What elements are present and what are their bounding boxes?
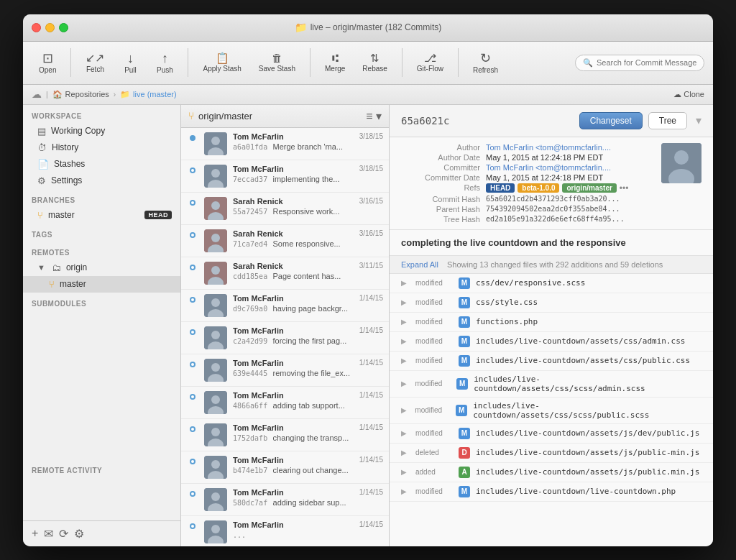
file-status-text: deleted (415, 449, 453, 456)
commit-header-row: Sarah Renick 3/16/15 (233, 197, 383, 206)
close-button[interactable] (32, 23, 41, 32)
push-button[interactable]: ↑ Push (149, 49, 180, 77)
commit-author: Tom McFarlin (233, 520, 284, 529)
sidebar-item-settings[interactable]: ⚙ Settings (23, 173, 180, 189)
apply-stash-button[interactable]: 📋 Apply Stash (196, 50, 248, 75)
commit-info: Tom McFarlin 1/14/15 4866a6ff adding tab… (233, 391, 383, 410)
file-item[interactable]: ▶ modified M css/dev/responsive.scss (390, 274, 713, 293)
commit-detail-row: 7eccad37 implementing the... (233, 174, 383, 184)
svg-point-16 (211, 298, 220, 307)
commit-header-row: Sarah Renick 3/16/15 (233, 229, 383, 238)
toolbar: ⊡ Open ↙↗ Fetch ↓ Pull ↑ Push 📋 Apply St… (23, 42, 713, 85)
commit-item[interactable]: Tom McFarlin 3/18/15 a6a01fda Merge bran… (181, 128, 389, 160)
search-box[interactable]: 🔍 (575, 55, 704, 71)
panel-menu-button[interactable]: ≡ ▾ (366, 109, 382, 123)
save-stash-button[interactable]: 🗑 Save Stash (252, 50, 303, 75)
file-status-badge: A (459, 467, 470, 478)
clone-icon: ☁ (673, 90, 681, 99)
commit-detail-row: 4866a6ff adding tab support... (233, 400, 383, 410)
sidebar-item-origin[interactable]: ▼ 🗂 origin (23, 260, 180, 276)
file-item[interactable]: ▶ added A includes/live-countdown/assets… (390, 463, 713, 482)
rebase-icon: ⇅ (370, 52, 380, 63)
file-item[interactable]: ▶ modified M includes/live-countdown/ass… (390, 332, 713, 352)
pull-button[interactable]: ↓ Pull (114, 49, 146, 77)
refresh-small-button[interactable]: ⟳ (59, 527, 68, 541)
file-item[interactable]: ▶ deleted D includes/live-countdown/asse… (390, 444, 713, 463)
minimize-button[interactable] (45, 23, 55, 32)
commit-message-short: changing the transp... (273, 433, 349, 442)
gear-button[interactable]: ⚙ (74, 527, 84, 541)
svg-point-7 (211, 201, 220, 210)
commit-item[interactable]: Tom McFarlin 1/14/15 639e4445 removing t… (181, 354, 389, 387)
file-item[interactable]: ▶ modified M includes/live-countdown/ass… (390, 352, 713, 371)
maximize-button[interactable] (59, 23, 68, 32)
git-flow-button[interactable]: ⎇ Git-Flow (410, 50, 451, 75)
add-button[interactable]: + (32, 527, 38, 540)
ref-more[interactable]: ••• (620, 183, 629, 193)
search-input[interactable] (597, 58, 696, 67)
commit-item[interactable]: Sarah Renick 3/11/15 cdd185ea Page conte… (181, 257, 389, 290)
tab-changeset[interactable]: Changeset (579, 112, 643, 129)
detail-menu-icon[interactable]: ▾ (696, 114, 702, 127)
fetch-icon: ↙↗ (86, 52, 104, 64)
mail-button[interactable]: ✉ (44, 527, 53, 541)
toolbar-separator-4 (402, 48, 402, 77)
commit-item[interactable]: Tom McFarlin 1/14/15 580dc7af adding sid… (181, 484, 389, 516)
commit-dot (190, 167, 196, 173)
commit-item[interactable]: Tom McFarlin 1/14/15 1752dafb changing t… (181, 419, 389, 451)
commit-item[interactable]: Tom McFarlin 1/14/15 ... (181, 516, 389, 546)
breadcrumb-repos[interactable]: 🏠 Repositories (52, 90, 109, 99)
file-status-badge: M (459, 297, 470, 308)
rebase-button[interactable]: ⇅ Rebase (355, 50, 394, 75)
sidebar-item-origin-master[interactable]: ⑂ master (23, 276, 180, 293)
file-item[interactable]: ▶ modified M functions.php (390, 313, 713, 332)
file-item[interactable]: ▶ modified M includes/live-countdown/liv… (390, 482, 713, 502)
breadcrumb-current[interactable]: 📁 live (master) (120, 90, 177, 99)
file-item[interactable]: ▶ modified M css/style.css (390, 293, 713, 313)
commit-item[interactable]: Tom McFarlin 3/18/15 7eccad37 implementi… (181, 160, 389, 193)
settings-icon: ⚙ (37, 175, 46, 186)
commit-date: 1/14/15 (359, 294, 383, 303)
commit-avatar (204, 229, 227, 252)
commit-item[interactable]: Tom McFarlin 1/14/15 4866a6ff adding tab… (181, 387, 389, 419)
tab-tree[interactable]: Tree (648, 112, 687, 129)
file-item[interactable]: ▶ modified M includes/live-countdown/ass… (390, 371, 713, 398)
sidebar-item-stashes[interactable]: 📄 Stashes (23, 156, 180, 173)
commit-detail-row: 71ca7ed4 Some responsive... (233, 239, 383, 249)
commit-info: Tom McFarlin 3/18/15 7eccad37 implementi… (233, 165, 383, 184)
file-path: includes/live-countdown/assets/css/scss/… (474, 375, 702, 393)
fetch-button[interactable]: ↙↗ Fetch (78, 50, 111, 76)
open-icon: ⊡ (42, 52, 53, 65)
refresh-button[interactable]: ↻ Refresh (466, 49, 505, 77)
commit-avatar (204, 520, 227, 543)
detail-meta: Author Tom McFarlin <tom@tommcfarlin....… (390, 137, 713, 230)
commit-date: 1/14/15 (359, 456, 383, 464)
commit-item[interactable]: Sarah Renick 3/16/15 55a72457 Responsive… (181, 193, 389, 225)
commit-header-row: Tom McFarlin 1/14/15 (233, 520, 383, 529)
commit-header-row: Sarah Renick 3/11/15 (233, 262, 383, 270)
commit-avatar (204, 262, 227, 285)
commit-panel: ⑂ origin/master ≡ ▾ Tom McFarlin 3/18/15… (181, 105, 390, 546)
commit-item[interactable]: Tom McFarlin 1/14/15 c2a42d99 forcing th… (181, 322, 389, 354)
committer-avatar (661, 143, 702, 183)
file-expand-arrow: ▶ (401, 318, 410, 326)
expand-all-button[interactable]: Expand All (401, 260, 438, 269)
sidebar-item-working-copy[interactable]: ▤ Working Copy (23, 123, 180, 139)
merge-button[interactable]: ⑆ Merge (318, 50, 352, 75)
file-path: functions.php (476, 317, 538, 326)
commit-hash: a6a01fda (233, 143, 267, 151)
file-item[interactable]: ▶ modified M includes/live-countdown/ass… (390, 398, 713, 424)
open-button[interactable]: ⊡ Open (32, 49, 63, 77)
file-item[interactable]: ▶ modified M includes/live-countdown/ass… (390, 424, 713, 444)
file-list: ▶ modified M css/dev/responsive.scss ▶ m… (390, 274, 713, 546)
sidebar-item-history[interactable]: ⏱ History (23, 139, 180, 156)
file-status-text: modified (415, 279, 453, 287)
commit-message-short: implementing the... (273, 175, 340, 183)
commit-author: Tom McFarlin (233, 132, 284, 141)
sidebar-item-master[interactable]: ⑂ master HEAD (23, 207, 180, 224)
clone-button[interactable]: ☁ Clone (673, 90, 704, 99)
commit-item[interactable]: Tom McFarlin 1/14/15 b474e1b7 clearing o… (181, 451, 389, 484)
commit-item[interactable]: Sarah Renick 3/16/15 71ca7ed4 Some respo… (181, 225, 389, 257)
commit-item[interactable]: Tom McFarlin 1/14/15 d9c769a0 having pag… (181, 290, 389, 322)
apply-stash-icon: 📋 (216, 52, 229, 63)
